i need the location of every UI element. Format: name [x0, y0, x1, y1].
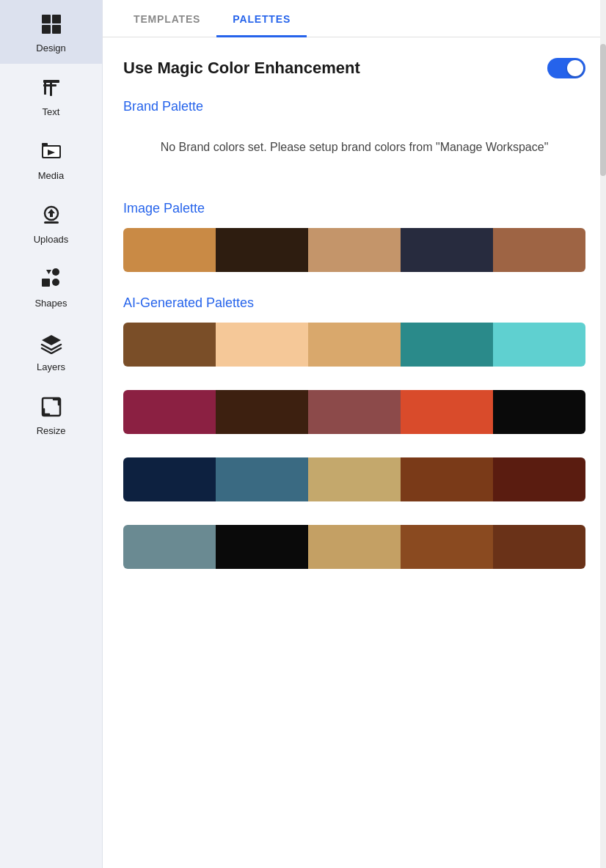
- sidebar-item-shapes[interactable]: Shapes: [0, 255, 102, 319]
- text-icon: [40, 77, 62, 102]
- magic-enhancement-label: Use Magic Color Enhancement: [123, 59, 360, 78]
- sidebar-label-text: Text: [43, 106, 60, 117]
- sidebar-item-media[interactable]: Media: [0, 128, 102, 191]
- scrollbar-thumb[interactable]: [600, 44, 606, 176]
- image-palette-row: [123, 228, 585, 272]
- svg-rect-8: [44, 81, 46, 95]
- svg-point-20: [52, 279, 59, 286]
- main-content: TEMPLATES PALETTES Use Magic Color Enhan…: [103, 0, 606, 868]
- palettes-content: Use Magic Color Enhancement Brand Palett…: [103, 37, 606, 868]
- svg-rect-7: [50, 80, 52, 83]
- svg-rect-22: [43, 398, 60, 416]
- ai-swatch-1-4[interactable]: [493, 390, 585, 434]
- sidebar-label-design: Design: [36, 43, 65, 54]
- ai-swatch-3-3[interactable]: [401, 525, 493, 569]
- ai-swatch-1-1[interactable]: [216, 390, 308, 434]
- image-palette-section: Image Palette: [123, 201, 585, 272]
- svg-rect-0: [42, 15, 51, 23]
- sidebar-label-uploads: Uploads: [34, 234, 69, 245]
- image-palette-title: Image Palette: [123, 201, 585, 216]
- ai-swatch-1-0[interactable]: [123, 390, 216, 434]
- ai-palette-group-1: [123, 390, 585, 434]
- scrollbar[interactable]: [600, 0, 606, 868]
- svg-rect-1: [52, 15, 61, 23]
- sidebar-label-layers: Layers: [37, 361, 65, 372]
- svg-rect-19: [42, 279, 50, 287]
- image-swatch-3[interactable]: [401, 228, 493, 272]
- ai-swatch-0-3[interactable]: [401, 323, 493, 367]
- tab-palettes[interactable]: PALETTES: [216, 0, 307, 37]
- svg-rect-2: [42, 25, 51, 34]
- sidebar-item-text[interactable]: Text: [0, 64, 102, 128]
- ai-palette-row-1: [123, 390, 585, 434]
- svg-marker-17: [46, 270, 51, 274]
- ai-palettes-section: AI-Generated Palettes: [123, 295, 585, 569]
- sidebar: Design Text Media: [0, 0, 103, 868]
- ai-palette-row-0: [123, 323, 585, 367]
- ai-swatch-1-2[interactable]: [308, 390, 401, 434]
- sidebar-item-layers[interactable]: Layers: [0, 319, 102, 383]
- ai-swatch-0-4[interactable]: [493, 323, 585, 367]
- ai-swatch-1-3[interactable]: [401, 390, 493, 434]
- ai-palettes-title: AI-Generated Palettes: [123, 295, 585, 311]
- main-wrapper: TEMPLATES PALETTES Use Magic Color Enhan…: [103, 0, 606, 868]
- sidebar-label-shapes: Shapes: [34, 298, 67, 309]
- image-swatch-2[interactable]: [308, 228, 401, 272]
- sidebar-item-resize[interactable]: Resize: [0, 383, 102, 446]
- tab-bar: TEMPLATES PALETTES: [103, 0, 606, 37]
- ai-palette-group-3: [123, 525, 585, 569]
- resize-icon: [40, 396, 62, 421]
- ai-swatch-0-1[interactable]: [216, 323, 308, 367]
- shapes-icon: [40, 268, 62, 293]
- sidebar-label-media: Media: [38, 170, 64, 181]
- ai-palette-row-3: [123, 525, 585, 569]
- ai-palette-group-0: [123, 323, 585, 367]
- ai-swatch-3-4[interactable]: [493, 525, 585, 569]
- ai-swatch-3-0[interactable]: [123, 525, 216, 569]
- ai-swatch-2-3[interactable]: [401, 457, 493, 501]
- ai-palette-group-2: [123, 457, 585, 501]
- uploads-icon: [40, 205, 62, 229]
- sidebar-item-design[interactable]: Design: [0, 0, 102, 64]
- toggle-track: [547, 58, 585, 78]
- ai-swatch-2-0[interactable]: [123, 457, 216, 501]
- svg-rect-15: [50, 212, 53, 217]
- toggle-thumb: [567, 60, 583, 76]
- svg-rect-12: [42, 143, 48, 146]
- image-swatch-4[interactable]: [493, 228, 585, 272]
- design-icon: [40, 13, 62, 38]
- magic-enhancement-row: Use Magic Color Enhancement: [123, 58, 585, 78]
- sidebar-item-uploads[interactable]: Uploads: [0, 191, 102, 255]
- brand-palette-section: Brand Palette No Brand colors set. Pleas…: [123, 99, 585, 177]
- tab-templates[interactable]: TEMPLATES: [117, 0, 216, 37]
- image-swatch-0[interactable]: [123, 228, 216, 272]
- image-swatch-1[interactable]: [216, 228, 308, 272]
- ai-palette-row-2: [123, 457, 585, 501]
- brand-palette-empty: No Brand colors set. Please setup brand …: [123, 126, 585, 177]
- brand-palette-title: Brand Palette: [123, 99, 585, 114]
- svg-point-18: [52, 268, 59, 276]
- ai-swatch-3-1[interactable]: [216, 525, 308, 569]
- sidebar-label-resize: Resize: [37, 425, 66, 436]
- ai-swatch-2-1[interactable]: [216, 457, 308, 501]
- ai-swatch-2-2[interactable]: [308, 457, 401, 501]
- ai-swatch-0-2[interactable]: [308, 323, 401, 367]
- svg-rect-16: [44, 221, 59, 224]
- svg-rect-3: [52, 25, 61, 34]
- media-icon: [40, 141, 62, 166]
- magic-enhancement-toggle[interactable]: [547, 58, 585, 78]
- ai-swatch-3-2[interactable]: [308, 525, 401, 569]
- layers-icon: [40, 332, 62, 357]
- ai-swatch-2-4[interactable]: [493, 457, 585, 501]
- svg-marker-21: [42, 335, 61, 345]
- ai-swatch-0-0[interactable]: [123, 323, 216, 367]
